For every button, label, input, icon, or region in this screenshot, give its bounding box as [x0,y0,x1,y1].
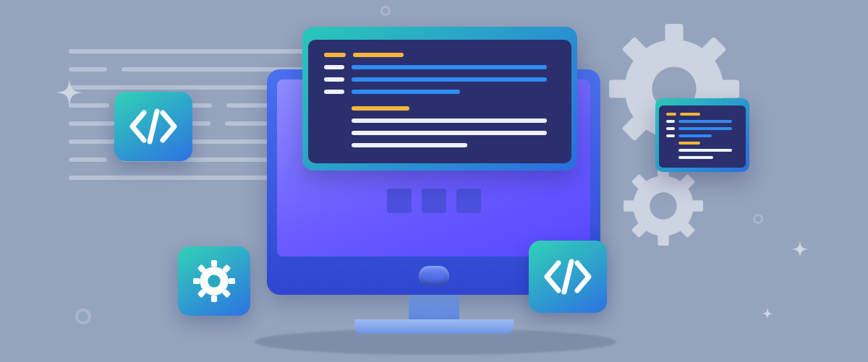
circle-outline-icon [75,309,91,324]
code-tile [114,92,192,161]
svg-rect-13 [692,200,703,211]
monitor-foot [354,319,514,334]
svg-rect-0 [665,24,683,42]
svg-rect-11 [658,235,668,246]
svg-rect-21 [211,260,217,267]
svg-rect-12 [624,200,634,211]
illustration-stage [0,0,868,362]
gear-icon [193,260,235,302]
code-window-large [302,27,577,171]
code-window-body [308,40,571,163]
code-window-small [655,98,749,172]
circle-outline-icon [753,214,763,224]
svg-rect-22 [211,296,217,302]
code-brackets-icon [542,258,593,296]
monitor-neck [409,295,459,319]
dock-apps [387,189,481,213]
dock-tile [456,189,481,213]
gear-icon [624,166,703,249]
svg-line-20 [150,111,157,142]
svg-point-19 [650,192,676,219]
sparkle-icon [55,78,84,107]
code-brackets-icon [128,108,179,145]
svg-point-30 [208,275,220,287]
dock-tile [422,189,446,213]
svg-rect-23 [193,278,200,284]
sparkle-icon [791,240,809,259]
svg-rect-24 [229,278,235,284]
circle-outline-icon [380,6,391,16]
code-window-body [659,105,746,168]
dock-tile [387,189,412,213]
monitor-home-button [419,266,449,286]
svg-line-31 [564,262,571,292]
gear-tile [178,246,250,316]
svg-rect-3 [721,79,739,98]
code-tile [529,241,607,313]
svg-rect-2 [609,79,627,98]
sparkle-icon [761,307,774,320]
